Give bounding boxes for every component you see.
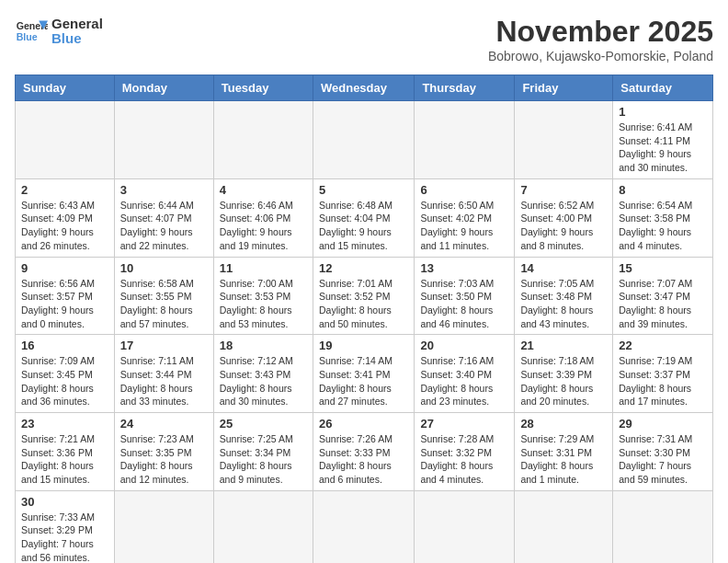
day-info: Sunrise: 7:00 AM Sunset: 3:53 PM Dayligh… [220, 277, 307, 331]
day-info: Sunrise: 6:58 AM Sunset: 3:55 PM Dayligh… [120, 277, 208, 331]
calendar-cell: 25Sunrise: 7:25 AM Sunset: 3:34 PM Dayli… [213, 413, 313, 491]
day-info: Sunrise: 7:31 AM Sunset: 3:30 PM Dayligh… [619, 432, 707, 487]
day-number: 19 [319, 339, 408, 352]
calendar-cell: 3Sunrise: 6:44 AM Sunset: 4:07 PM Daylig… [114, 178, 213, 257]
calendar-cell [213, 490, 313, 563]
weekday-header-monday: Monday [114, 75, 213, 101]
calendar-cell: 10Sunrise: 6:58 AM Sunset: 3:55 PM Dayli… [114, 257, 213, 335]
location-title: Bobrowo, Kujawsko-Pomorskie, Poland [488, 49, 713, 63]
weekday-header-thursday: Thursday [415, 75, 515, 101]
logo-blue: Blue [51, 31, 103, 47]
header: General Blue General Blue November 2025 … [15, 15, 713, 63]
day-info: Sunrise: 7:05 AM Sunset: 3:48 PM Dayligh… [520, 277, 607, 331]
day-number: 18 [220, 339, 307, 352]
day-info: Sunrise: 7:01 AM Sunset: 3:52 PM Dayligh… [319, 277, 408, 331]
day-info: Sunrise: 7:03 AM Sunset: 3:50 PM Dayligh… [420, 277, 508, 331]
day-number: 27 [420, 417, 508, 431]
day-info: Sunrise: 6:52 AM Sunset: 4:00 PM Dayligh… [520, 199, 607, 253]
day-number: 3 [120, 183, 208, 197]
day-info: Sunrise: 7:29 AM Sunset: 3:31 PM Dayligh… [520, 432, 607, 487]
logo: General Blue General Blue [15, 15, 103, 48]
day-number: 12 [319, 261, 408, 275]
day-info: Sunrise: 7:28 AM Sunset: 3:32 PM Dayligh… [420, 432, 508, 487]
calendar-week-row: 9Sunrise: 6:56 AM Sunset: 3:57 PM Daylig… [16, 257, 713, 335]
weekday-header-sunday: Sunday [16, 75, 115, 101]
calendar-cell [313, 490, 414, 563]
calendar-cell [213, 101, 313, 179]
calendar-cell: 19Sunrise: 7:14 AM Sunset: 3:41 PM Dayli… [313, 335, 414, 413]
calendar-cell: 17Sunrise: 7:11 AM Sunset: 3:44 PM Dayli… [114, 335, 213, 413]
day-number: 16 [21, 339, 108, 352]
day-info: Sunrise: 6:54 AM Sunset: 3:58 PM Dayligh… [619, 199, 707, 253]
day-number: 22 [619, 339, 707, 352]
calendar-cell: 30Sunrise: 7:33 AM Sunset: 3:29 PM Dayli… [16, 490, 115, 563]
day-number: 13 [420, 261, 508, 275]
calendar-cell [415, 490, 515, 563]
calendar-week-row: 16Sunrise: 7:09 AM Sunset: 3:45 PM Dayli… [16, 335, 713, 413]
calendar-cell: 24Sunrise: 7:23 AM Sunset: 3:35 PM Dayli… [114, 413, 213, 491]
day-number: 4 [220, 183, 307, 197]
day-number: 11 [220, 261, 307, 275]
day-number: 10 [120, 261, 208, 275]
day-info: Sunrise: 6:41 AM Sunset: 4:11 PM Dayligh… [619, 121, 707, 175]
day-info: Sunrise: 7:19 AM Sunset: 3:37 PM Dayligh… [619, 354, 707, 408]
day-info: Sunrise: 7:23 AM Sunset: 3:35 PM Dayligh… [120, 432, 208, 487]
calendar-cell: 28Sunrise: 7:29 AM Sunset: 3:31 PM Dayli… [515, 413, 613, 491]
calendar-cell [114, 101, 213, 179]
weekday-header-tuesday: Tuesday [213, 75, 313, 101]
day-number: 25 [220, 417, 307, 431]
calendar-cell: 22Sunrise: 7:19 AM Sunset: 3:37 PM Dayli… [613, 335, 713, 413]
day-number: 26 [319, 417, 408, 431]
calendar-cell [415, 101, 515, 179]
day-info: Sunrise: 7:33 AM Sunset: 3:29 PM Dayligh… [21, 511, 108, 563]
day-number: 2 [21, 183, 108, 197]
calendar-cell: 11Sunrise: 7:00 AM Sunset: 3:53 PM Dayli… [213, 257, 313, 335]
day-number: 28 [520, 417, 607, 431]
day-info: Sunrise: 6:56 AM Sunset: 3:57 PM Dayligh… [21, 277, 108, 331]
calendar-cell [613, 490, 713, 563]
day-info: Sunrise: 7:18 AM Sunset: 3:39 PM Dayligh… [520, 354, 607, 408]
calendar-week-row: 1Sunrise: 6:41 AM Sunset: 4:11 PM Daylig… [16, 101, 713, 179]
calendar-cell [515, 101, 613, 179]
day-info: Sunrise: 7:09 AM Sunset: 3:45 PM Dayligh… [21, 354, 108, 408]
calendar-week-row: 23Sunrise: 7:21 AM Sunset: 3:36 PM Dayli… [16, 413, 713, 491]
weekday-header-saturday: Saturday [613, 75, 713, 101]
calendar-cell: 14Sunrise: 7:05 AM Sunset: 3:48 PM Dayli… [515, 257, 613, 335]
day-info: Sunrise: 7:26 AM Sunset: 3:33 PM Dayligh… [319, 432, 408, 487]
day-info: Sunrise: 7:16 AM Sunset: 3:40 PM Dayligh… [420, 354, 508, 408]
day-number: 5 [319, 183, 408, 197]
day-number: 1 [619, 105, 707, 119]
logo-general: General [51, 17, 103, 32]
calendar-cell: 15Sunrise: 7:07 AM Sunset: 3:47 PM Dayli… [613, 257, 713, 335]
calendar-cell: 13Sunrise: 7:03 AM Sunset: 3:50 PM Dayli… [415, 257, 515, 335]
calendar-cell [515, 490, 613, 563]
month-title: November 2025 [488, 15, 713, 49]
calendar-cell: 12Sunrise: 7:01 AM Sunset: 3:52 PM Dayli… [313, 257, 414, 335]
day-info: Sunrise: 7:12 AM Sunset: 3:43 PM Dayligh… [220, 354, 307, 408]
weekday-header-row: SundayMondayTuesdayWednesdayThursdayFrid… [16, 75, 713, 101]
day-number: 23 [21, 417, 108, 431]
day-number: 29 [619, 417, 707, 431]
calendar-cell: 7Sunrise: 6:52 AM Sunset: 4:00 PM Daylig… [515, 178, 613, 257]
day-number: 14 [520, 261, 607, 275]
day-info: Sunrise: 7:14 AM Sunset: 3:41 PM Dayligh… [319, 354, 408, 408]
calendar: SundayMondayTuesdayWednesdayThursdayFrid… [15, 75, 713, 563]
calendar-cell: 21Sunrise: 7:18 AM Sunset: 3:39 PM Dayli… [515, 335, 613, 413]
calendar-cell: 1Sunrise: 6:41 AM Sunset: 4:11 PM Daylig… [613, 101, 713, 179]
day-number: 9 [21, 261, 108, 275]
calendar-week-row: 2Sunrise: 6:43 AM Sunset: 4:09 PM Daylig… [16, 178, 713, 257]
calendar-cell: 2Sunrise: 6:43 AM Sunset: 4:09 PM Daylig… [16, 178, 115, 257]
day-info: Sunrise: 6:43 AM Sunset: 4:09 PM Dayligh… [21, 199, 108, 253]
svg-text:Blue: Blue [17, 31, 38, 42]
day-info: Sunrise: 7:11 AM Sunset: 3:44 PM Dayligh… [120, 354, 208, 408]
calendar-cell: 27Sunrise: 7:28 AM Sunset: 3:32 PM Dayli… [415, 413, 515, 491]
calendar-cell: 20Sunrise: 7:16 AM Sunset: 3:40 PM Dayli… [415, 335, 515, 413]
weekday-header-friday: Friday [515, 75, 613, 101]
calendar-cell: 18Sunrise: 7:12 AM Sunset: 3:43 PM Dayli… [213, 335, 313, 413]
calendar-cell [114, 490, 213, 563]
day-number: 20 [420, 339, 508, 352]
calendar-cell: 29Sunrise: 7:31 AM Sunset: 3:30 PM Dayli… [613, 413, 713, 491]
day-info: Sunrise: 6:50 AM Sunset: 4:02 PM Dayligh… [420, 199, 508, 253]
calendar-cell: 16Sunrise: 7:09 AM Sunset: 3:45 PM Dayli… [16, 335, 115, 413]
day-number: 15 [619, 261, 707, 275]
